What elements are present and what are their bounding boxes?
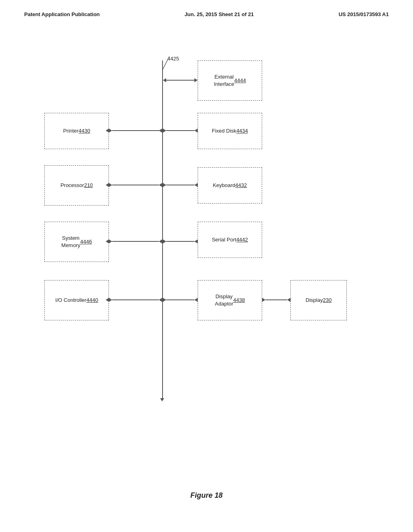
line-bus-fixeddisk	[166, 130, 194, 131]
arrow-bus-fixeddisk-right	[163, 129, 166, 133]
io-controller-box: I/O Controller4440	[44, 280, 109, 320]
arrow-fixeddisk-left	[194, 129, 198, 133]
serial-port-box: Serial Port 4442	[198, 222, 262, 258]
arrow-displayadaptor-left	[194, 298, 198, 302]
system-memory-box: SystemMemory4446	[44, 222, 109, 262]
line-bus-displayadaptor	[166, 299, 194, 300]
bus-arrow-down	[160, 398, 164, 401]
arrow-bus-to-ext-left	[163, 78, 166, 82]
arrow-display-left	[287, 298, 290, 302]
arrow-bus-io-left	[159, 298, 162, 302]
arrow-serialport-left	[194, 239, 198, 243]
arrow-bus-to-ext-right	[194, 78, 198, 82]
line-bus-ext	[166, 80, 194, 81]
header-middle: Jun. 25, 2015 Sheet 21 of 21	[184, 11, 254, 17]
arrow-sysmem-right	[109, 239, 112, 243]
display-box: Display230	[290, 280, 347, 320]
arrow-printer-right	[109, 129, 112, 133]
line-proc-bus	[112, 185, 159, 185]
figure-label: Figure 18	[0, 491, 413, 500]
line-printer-bus	[112, 130, 161, 131]
arrow-displayadaptor-to-display-right	[262, 298, 265, 302]
arrow-io-left	[106, 298, 109, 302]
line-displayadaptor-display	[265, 299, 287, 300]
arrow-bus-printer-left	[159, 129, 162, 133]
arrow-bus-sysmem-left	[159, 239, 162, 243]
arrow-printer-left	[106, 129, 109, 133]
line-sysmem-bus	[112, 241, 159, 242]
arrow-proc-right	[109, 183, 112, 187]
line-bus-serialport	[166, 241, 194, 242]
bus-line	[162, 60, 163, 399]
arrow-sysmem-left	[106, 239, 109, 243]
fixed-disk-box: Fixed Disk 4434	[198, 113, 262, 149]
arrow-bus-proc-left	[159, 183, 162, 187]
external-interface-box: ExternalInterface4444	[198, 60, 262, 101]
display-adaptor-box: DisplayAdaptor 4438	[198, 280, 262, 320]
line-io-bus	[112, 299, 159, 300]
header-right: US 2015/0173593 A1	[338, 11, 389, 17]
line-bus-keyboard	[166, 185, 194, 185]
arrow-io-right	[109, 298, 112, 302]
processor-box: Processor210	[44, 165, 109, 206]
printer-box: Printer 4430	[44, 113, 109, 149]
arrow-bus-serialport-right	[163, 239, 166, 243]
page-header: Patent Application Publication Jun. 25, …	[0, 0, 413, 17]
diagram-area: 4425 ExternalInterface4444 Printer 4430 …	[24, 48, 387, 411]
bus-diagonal-line	[141, 52, 173, 73]
arrow-proc-left	[106, 183, 109, 187]
arrow-keyboard-left	[194, 183, 198, 187]
arrow-bus-displayadaptor-right	[163, 298, 166, 302]
keyboard-box: Keyboard 4432	[198, 167, 262, 204]
header-left: Patent Application Publication	[24, 11, 100, 17]
arrow-bus-keyboard-right	[163, 183, 166, 187]
svg-line-0	[162, 56, 169, 71]
